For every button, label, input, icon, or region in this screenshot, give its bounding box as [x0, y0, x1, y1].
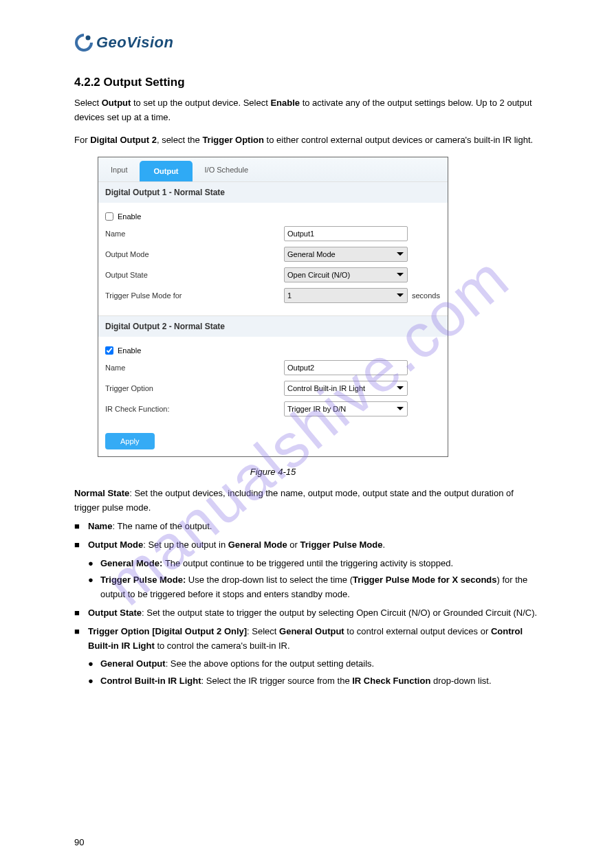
name-2-input[interactable] — [284, 360, 408, 375]
enable-1-label: Enable — [118, 212, 141, 221]
name-1-label: Name — [105, 230, 284, 238]
enable-1-row[interactable]: Enable — [105, 212, 441, 221]
intro-paragraph-2: For Digital Output 2, select the Trigger… — [74, 133, 540, 148]
ir-check-select[interactable]: Trigger IR by D/N — [284, 401, 408, 416]
trigger-option-select[interactable]: Control Built-in IR Light — [284, 381, 408, 396]
svg-point-0 — [86, 36, 91, 41]
output-mode-label: Output Mode — [105, 250, 284, 258]
tab-output[interactable]: Output — [140, 161, 192, 181]
figure-caption: Figure 4-15 — [98, 467, 448, 477]
enable-2-label: Enable — [118, 346, 141, 355]
section-1-header: Digital Output 1 - Normal State — [98, 181, 448, 203]
page-number: 90 — [74, 837, 84, 847]
output-state-label: Output State — [105, 271, 284, 279]
apply-button[interactable]: Apply — [105, 433, 155, 449]
name-1-input[interactable] — [284, 226, 408, 241]
logo-text: GeoVision — [96, 34, 173, 52]
intro-paragraph-1: Select Output to set up the output devic… — [74, 96, 540, 125]
seconds-suffix: seconds — [412, 291, 440, 300]
description-block: Normal State: Set the output devices, in… — [74, 487, 540, 689]
trigger-pulse-select[interactable]: 1 — [284, 288, 408, 303]
trigger-option-label: Trigger Option — [105, 384, 284, 392]
logo-icon — [74, 33, 94, 52]
tab-io-schedule[interactable]: I/O Schedule — [193, 157, 261, 181]
page-heading: 4.2.2 Output Setting — [74, 76, 540, 89]
enable-2-checkbox[interactable] — [105, 346, 113, 355]
output-state-select[interactable]: Open Circuit (N/O) — [284, 267, 408, 282]
logo: GeoVision — [74, 33, 173, 52]
name-2-label: Name — [105, 364, 284, 372]
settings-panel: Input Output I/O Schedule Digital Output… — [98, 157, 448, 457]
tabs-row: Input Output I/O Schedule — [98, 157, 448, 181]
section-2-header: Digital Output 2 - Normal State — [98, 315, 448, 337]
ir-check-label: IR Check Function: — [105, 405, 284, 413]
trigger-pulse-label: Trigger Pulse Mode for — [105, 291, 284, 300]
enable-1-checkbox[interactable] — [105, 212, 113, 221]
tab-input[interactable]: Input — [98, 157, 140, 181]
output-mode-select[interactable]: General Mode — [284, 247, 408, 262]
enable-2-row[interactable]: Enable — [105, 346, 441, 355]
